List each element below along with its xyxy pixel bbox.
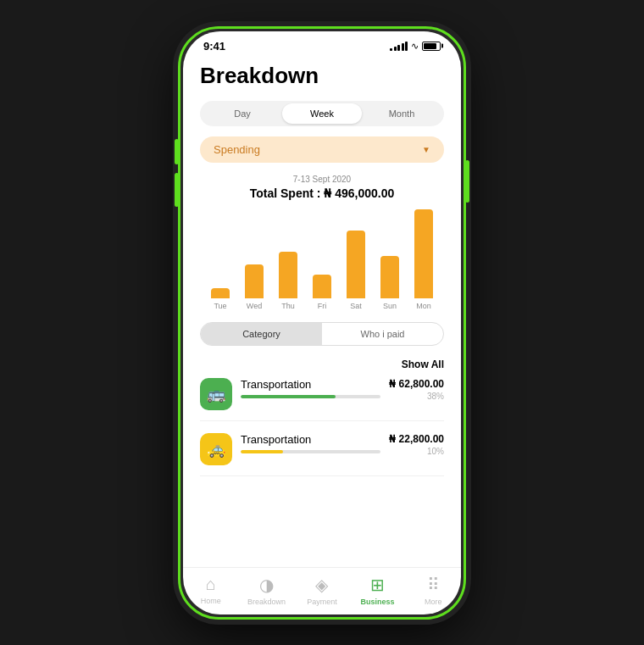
page-title: Breakdown — [200, 63, 444, 89]
category-pct-0: 38% — [389, 392, 444, 401]
bar-col-thu: Thu — [271, 252, 305, 310]
business-icon: ⊞ — [370, 575, 385, 595]
payment-icon: ◈ — [315, 575, 328, 595]
category-progress-fill-1 — [241, 450, 283, 453]
chart-total-spent: Total Spent : ₦ 496,000.00 — [200, 186, 444, 200]
period-tabs: Day Week Month — [200, 101, 444, 126]
more-icon: ⠿ — [427, 575, 440, 595]
tab-month[interactable]: Month — [362, 103, 441, 124]
home-icon: ⌂ — [206, 575, 216, 594]
signal-icon — [390, 42, 408, 51]
bar-sat — [347, 231, 365, 298]
show-all-row: Show All — [200, 356, 444, 371]
bar-label-sat: Sat — [350, 302, 362, 310]
category-tabs: Category Who i paid — [200, 322, 444, 346]
category-details-0: Transportation — [241, 378, 380, 398]
dropdown-label: Spending — [214, 143, 260, 156]
tab-who-i-paid[interactable]: Who i paid — [322, 323, 443, 345]
power-button — [465, 160, 469, 203]
vol-up-button — [175, 139, 179, 164]
bar-wed — [245, 264, 264, 298]
business-label: Business — [361, 598, 395, 606]
category-progress-fill-0 — [241, 395, 336, 398]
category-amount-col-0: ₦ 62,800.00 38% — [389, 378, 444, 401]
tab-day[interactable]: Day — [203, 103, 282, 124]
bar-thu — [279, 252, 297, 298]
breakdown-label: Breakdown — [247, 598, 286, 606]
show-all-button[interactable]: Show All — [402, 359, 444, 370]
category-item-0: 🚌 Transportation ₦ 62,800.00 38% — [200, 378, 444, 421]
chart-section: 7-13 Sept 2020 Total Spent : ₦ 496,000.0… — [200, 175, 444, 310]
payment-label: Payment — [307, 598, 337, 606]
battery-fill — [424, 43, 436, 49]
chevron-down-icon: ▼ — [422, 145, 430, 154]
bottom-nav: ⌂ Home ◑ Breakdown ◈ Payment ⊞ Business … — [183, 567, 461, 614]
bar-col-sat: Sat — [339, 231, 373, 310]
category-progress-bar-1 — [241, 450, 380, 453]
bar-col-fri: Fri — [305, 275, 339, 310]
category-item-1: 🚕 Transportation ₦ 22,800.00 10% — [200, 433, 444, 476]
category-progress-bar-0 — [241, 395, 380, 398]
nav-item-breakdown[interactable]: ◑ Breakdown — [239, 575, 295, 606]
chart-date-range: 7-13 Sept 2020 — [200, 175, 444, 184]
bar-col-tue: Tue — [203, 288, 237, 310]
bar-mon — [414, 209, 433, 298]
nav-item-more[interactable]: ⠿ More — [405, 575, 461, 606]
bar-label-fri: Fri — [318, 302, 327, 310]
phone-screen: 9:41 ∿ Breakdown Day We — [183, 31, 461, 614]
status-time: 9:41 — [203, 40, 225, 53]
status-bar: 9:41 ∿ — [183, 31, 461, 56]
bar-col-mon: Mon — [407, 209, 441, 310]
category-details-1: Transportation — [241, 433, 380, 453]
home-label: Home — [201, 597, 221, 605]
nav-item-payment[interactable]: ◈ Payment — [294, 575, 350, 606]
vol-down-button — [175, 173, 179, 207]
main-content: Breakdown Day Week Month Spending ▼ 7-13… — [183, 56, 461, 567]
category-list: 🚌 Transportation ₦ 62,800.00 38% 🚕 Trans… — [200, 378, 444, 476]
bar-label-mon: Mon — [416, 302, 431, 310]
more-label: More — [425, 598, 442, 606]
breakdown-icon: ◑ — [259, 575, 274, 595]
spending-dropdown[interactable]: Spending ▼ — [200, 136, 444, 163]
bar-fri — [313, 275, 331, 298]
wifi-icon: ∿ — [411, 41, 419, 52]
category-amount-0: ₦ 62,800.00 — [389, 378, 444, 390]
category-pct-1: 10% — [389, 447, 444, 456]
nav-item-business[interactable]: ⊞ Business — [350, 575, 406, 606]
battery-icon — [422, 42, 441, 51]
bar-chart: TueWedThuFriSatSunMon — [200, 209, 444, 310]
phone-frame: 9:41 ∿ Breakdown Day We — [178, 26, 466, 620]
bar-label-wed: Wed — [247, 302, 262, 310]
tab-category[interactable]: Category — [201, 323, 322, 345]
nav-item-home[interactable]: ⌂ Home — [183, 575, 239, 606]
bar-tue — [211, 288, 230, 298]
bar-label-sun: Sun — [383, 302, 397, 310]
category-name-1: Transportation — [241, 433, 380, 446]
category-icon-0: 🚌 — [200, 378, 232, 410]
bar-col-wed: Wed — [237, 264, 271, 310]
bar-label-thu: Thu — [281, 302, 295, 310]
category-name-0: Transportation — [241, 378, 380, 391]
status-icons: ∿ — [390, 41, 441, 52]
bar-col-sun: Sun — [373, 256, 407, 310]
category-amount-1: ₦ 22,800.00 — [389, 433, 444, 445]
bar-sun — [380, 256, 399, 298]
category-amount-col-1: ₦ 22,800.00 10% — [389, 433, 444, 456]
bar-label-tue: Tue — [214, 302, 226, 310]
tab-week[interactable]: Week — [282, 103, 362, 124]
category-icon-1: 🚕 — [200, 433, 232, 465]
